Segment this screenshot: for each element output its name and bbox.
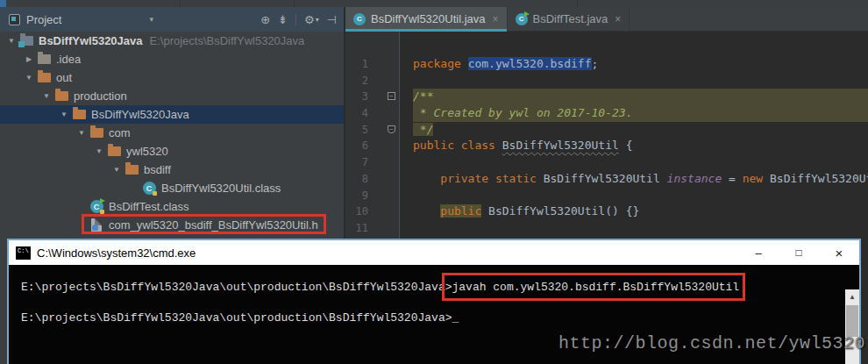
fold-start-icon[interactable]: − — [388, 92, 395, 100]
tree-item-out[interactable]: ▼ out — [0, 68, 344, 87]
tree-item-label: BsDiffTest.class — [109, 200, 189, 213]
code-line-1: 1 package com.ywl5320.bsdiff; — [345, 56, 868, 73]
cmd-title-bar[interactable]: C:\ C:\Windows\system32\cmd.exe – □ × — [9, 240, 859, 265]
code-line-11: 11 — [345, 220, 868, 237]
line-number: 9 — [345, 188, 368, 204]
tree-item-path: E:\projects\BsDiffYwl5320Java — [150, 34, 305, 47]
line-number: 6 — [345, 138, 368, 154]
tree-item-label: .idea — [56, 53, 81, 66]
toolbar-separator — [577, 0, 578, 7]
code-line-6: 6 public class BsDiffYwl5320Util { — [345, 138, 868, 154]
line-number: 11 — [345, 220, 368, 237]
tree-item-label: BsDiffYwl5320Util.class — [161, 182, 281, 195]
code-line-5: 5 − */ — [345, 122, 868, 139]
ide-screenshot-root: Project ▾ ⊕ ⇟ ⚙ ▾ ⊣ ▼ BsDiffYwl5320Java … — [0, 0, 868, 364]
gear-chevron-icon: ▾ — [316, 16, 319, 24]
settings-gear-button[interactable]: ⚙ ▾ — [304, 14, 319, 25]
collapse-arrow-icon[interactable]: ▶ — [21, 55, 37, 63]
code-line-9: 9 — [345, 188, 868, 204]
tree-item-label: BsDiffYwl5320Java — [39, 34, 143, 47]
hide-panel-icon[interactable]: ⊣ — [327, 14, 337, 25]
expand-arrow-icon[interactable]: ▼ — [21, 74, 37, 82]
tree-item-project-root[interactable]: ▼ BsDiffYwl5320Java E:\projects\BsDiffYw… — [0, 32, 344, 50]
locate-file-icon[interactable]: ⊕ — [260, 14, 270, 25]
project-panel-header[interactable]: Project ▾ ⊕ ⇟ ⚙ ▾ ⊣ — [0, 7, 344, 32]
tree-item-label: BsDiffYwl5320Java — [91, 108, 189, 121]
tree-item-header-file[interactable]: com_ywl5320_bsdiff_BsDiffYwl5320Util.h — [0, 216, 344, 234]
toolbar-fragment — [0, 0, 6, 7]
folder-icon — [73, 110, 86, 119]
line-number: 5 — [345, 122, 368, 139]
tab-label: BsDiffYwl5320Util.java — [371, 12, 486, 25]
class-file-icon: C — [353, 13, 366, 25]
line-number: 4 — [345, 105, 368, 122]
gear-icon: ⚙ — [304, 14, 315, 25]
line-number: 7 — [345, 154, 368, 171]
close-button[interactable]: × — [819, 240, 859, 265]
fold-end-icon[interactable]: − — [388, 125, 395, 133]
ide-top-toolbar-strip — [0, 0, 868, 7]
project-root-folder-icon — [20, 36, 33, 46]
code-line-10: 10 public BsDiffYwl5320Util() {} — [345, 203, 868, 220]
expand-arrow-icon[interactable]: ▼ — [74, 129, 89, 137]
terminal-cursor: _ — [452, 311, 459, 325]
expand-arrow-icon[interactable]: ▼ — [109, 166, 125, 174]
expand-arrow-icon[interactable]: ▼ — [4, 37, 19, 45]
editor-tab-bar: C BsDiffYwl5320Util.java × C BsDiffTest.… — [345, 7, 868, 32]
project-panel-title: Project — [26, 13, 61, 26]
cmd-app-icon: C:\ — [16, 246, 31, 260]
code-editor-text[interactable]: 1 package com.ywl5320.bsdiff; 2 3 − /** … — [345, 56, 868, 237]
code-line-3: 3 − /** — [345, 89, 868, 105]
tab-bsdiffywl5320util-java[interactable]: C BsDiffYwl5320Util.java × — [345, 7, 508, 31]
line-number: 2 — [345, 73, 368, 89]
expand-arrow-icon[interactable]: ▼ — [91, 147, 107, 155]
tab-label: BsDiffTest.java — [533, 12, 608, 25]
runnable-class-file-icon: C — [516, 13, 528, 25]
scrollbar-thumb[interactable] — [846, 305, 858, 337]
folder-icon — [125, 165, 139, 175]
folder-icon — [55, 91, 68, 101]
tree-item-label: com — [109, 126, 131, 139]
tab-bsdifftest-java[interactable]: C BsDiffTest.java × — [508, 7, 630, 31]
code-line-7: 7 — [345, 154, 868, 171]
tree-item-com[interactable]: ▼ com — [0, 124, 344, 142]
highlighted-word: public — [440, 204, 481, 218]
scroll-up-icon[interactable]: ▲ — [845, 289, 859, 303]
annotation-red-box: >javah com.ywl5320.bsdiff.BsDiffYwl5320U… — [445, 281, 739, 294]
project-view-chevron-icon[interactable]: ▾ — [149, 15, 153, 24]
collapse-all-icon[interactable]: ⇟ — [278, 14, 288, 25]
code-line-4: 4 * Created by ywl on 2017-10-23. — [345, 105, 868, 122]
maximize-button[interactable]: □ — [779, 240, 819, 265]
line-number: 10 — [345, 203, 368, 220]
tree-item-label: bsdiff — [144, 163, 171, 176]
tree-item-production[interactable]: ▼ production — [0, 87, 344, 105]
tree-item-util-class[interactable]: C BsDiffYwl5320Util.class — [0, 179, 344, 197]
tree-item-label: out — [56, 71, 72, 84]
folder-icon — [38, 54, 51, 64]
folder-icon — [38, 73, 51, 82]
tab-close-icon[interactable]: × — [615, 13, 621, 25]
tree-item-bsdiffywl5320java-selected[interactable]: ▼ BsDiffYwl5320Java — [0, 105, 344, 124]
cmd-output-line: E:\projects\BsDiffYwl5320Java\out\produc… — [21, 279, 842, 296]
tree-item-bsdiff[interactable]: ▼ bsdiff — [0, 161, 344, 179]
class-file-icon: C — [143, 182, 156, 195]
tree-item-ywl5320[interactable]: ▼ ywl5320 — [0, 142, 344, 161]
folder-icon — [90, 128, 103, 138]
code-line-2: 2 — [345, 73, 868, 89]
expand-arrow-icon[interactable]: ▼ — [56, 111, 72, 118]
cmd-prompt-line: E:\projects\BsDiffYwl5320Java\out\produc… — [21, 310, 842, 326]
tab-close-icon[interactable]: × — [493, 13, 499, 25]
code-line-8: 8 private static BsDiffYwl5320Util insta… — [345, 171, 868, 188]
runnable-class-file-icon: C — [90, 200, 103, 213]
line-number: 3 — [345, 89, 368, 105]
minimize-button[interactable]: – — [738, 240, 779, 265]
project-view-icon — [9, 14, 20, 25]
cmd-window-title: C:\Windows\system32\cmd.exe — [37, 246, 196, 260]
watermark-text: http://blog.csdn.net/ywl5320 — [559, 333, 865, 353]
tree-item-idea[interactable]: ▶ .idea — [0, 50, 344, 68]
tree-item-label: com_ywl5320_bsdiff_BsDiffYwl5320Util.h — [109, 218, 318, 232]
expand-arrow-icon[interactable]: ▼ — [39, 92, 54, 100]
header-file-icon — [91, 218, 102, 232]
tree-item-bsdifftest-class[interactable]: C BsDiffTest.class — [0, 197, 344, 216]
tree-item-label: ywl5320 — [126, 145, 168, 158]
